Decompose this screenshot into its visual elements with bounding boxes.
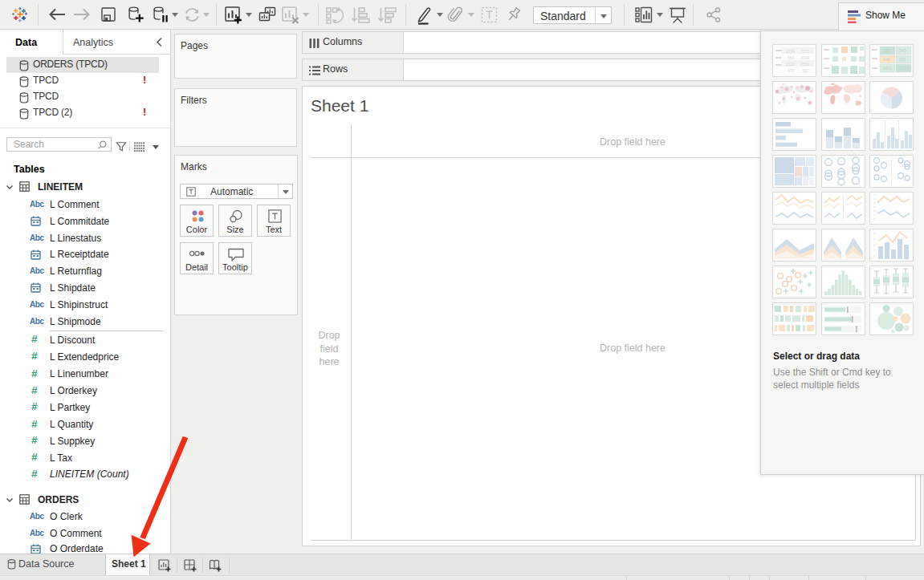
svg-text:948: 948 — [883, 57, 890, 62]
svg-text:2400: 2400 — [883, 66, 892, 71]
svg-text:302: 302 — [802, 68, 809, 73]
svg-text:573: 573 — [802, 49, 809, 54]
svg-text:071: 071 — [788, 68, 795, 73]
svg-text:2559: 2559 — [800, 62, 809, 67]
svg-text:3004: 3004 — [800, 55, 809, 60]
svg-text:620: 620 — [899, 57, 906, 62]
svg-text:550: 550 — [788, 55, 795, 60]
svg-text:10500: 10500 — [899, 66, 910, 71]
svg-text:2020: 2020 — [786, 62, 795, 67]
svg-text:123: 123 — [883, 48, 890, 53]
svg-text:540: 540 — [899, 48, 906, 53]
svg-text:1234: 1234 — [786, 49, 795, 54]
